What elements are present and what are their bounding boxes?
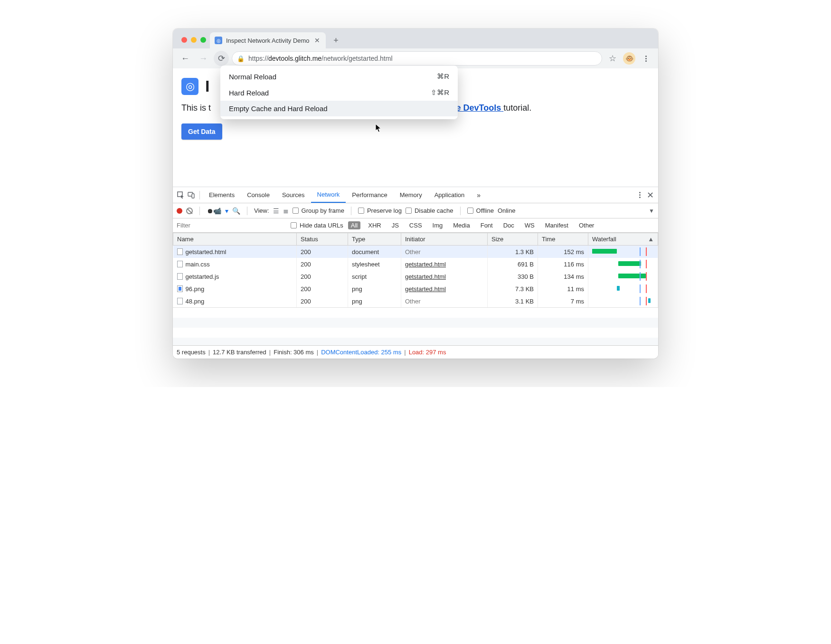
profile-avatar[interactable]: 🐵: [623, 52, 635, 65]
clear-button[interactable]: [186, 208, 193, 214]
initiator-link[interactable]: getstarted.html: [405, 273, 446, 280]
tab-favicon: ◎: [215, 37, 222, 44]
tab-strip: ◎ Inspect Network Activity Demo ✕ +: [173, 28, 658, 48]
file-icon: [177, 248, 183, 255]
file-icon: [177, 298, 183, 304]
filter-chip-js[interactable]: JS: [389, 221, 402, 229]
reload-button[interactable]: ⟳: [214, 51, 229, 66]
url-host: devtools.glitch.me: [268, 55, 321, 62]
column-header-initiator[interactable]: Initiator: [401, 233, 488, 246]
hide-data-urls-label: Hide data URLs: [300, 222, 343, 229]
filter-chip-ws[interactable]: WS: [522, 221, 538, 229]
inspect-element-icon[interactable]: [176, 190, 186, 200]
devtools-tab-performance[interactable]: Performance: [346, 187, 393, 203]
screenshot-icon[interactable]: ⏺︎📹: [207, 207, 221, 215]
preserve-log-checkbox[interactable]: Preserve log: [358, 207, 402, 214]
column-header-waterfall[interactable]: Waterfall▲: [588, 233, 658, 246]
overview-icon[interactable]: ≣: [283, 207, 289, 215]
devtools-close-button[interactable]: ✕: [645, 190, 655, 200]
devtools-tab-application[interactable]: Application: [428, 187, 471, 203]
get-data-button[interactable]: Get Data: [181, 123, 222, 140]
reload-menu-item[interactable]: Normal Reload⌘R: [220, 68, 458, 85]
status-requests: 5 requests: [177, 349, 206, 356]
toolbar-expand-icon[interactable]: ▼: [649, 208, 654, 214]
reload-menu-item[interactable]: Empty Cache and Hard Reload: [220, 101, 458, 116]
online-dropdown[interactable]: Online: [498, 207, 516, 214]
window-close-icon[interactable]: [181, 37, 187, 43]
file-icon: [177, 261, 183, 267]
column-header-name[interactable]: Name: [173, 233, 297, 246]
forward-button[interactable]: →: [196, 51, 211, 66]
filter-input[interactable]: [177, 221, 286, 230]
network-row[interactable]: 48.png200pngOther3.1 KB7 ms: [173, 295, 658, 307]
file-icon: [177, 285, 183, 292]
file-icon: [177, 273, 183, 280]
view-label: View:: [254, 207, 269, 214]
record-button[interactable]: [177, 208, 182, 214]
status-finish: Finish: 306 ms: [274, 349, 314, 356]
initiator-text: Other: [405, 248, 421, 256]
initiator-link[interactable]: getstarted.html: [405, 261, 446, 268]
para-after: tutorial.: [503, 103, 531, 113]
group-by-frame-checkbox[interactable]: Group by frame: [293, 207, 344, 214]
address-bar[interactable]: 🔒 https://devtools.glitch.me/network/get…: [232, 51, 602, 66]
status-dcl: DOMContentLoaded: 255 ms: [321, 349, 401, 356]
devtools-tab-sources[interactable]: Sources: [276, 187, 311, 203]
devtools-panel: ElementsConsoleSourcesNetworkPerformance…: [173, 187, 658, 359]
filter-chip-other[interactable]: Other: [576, 221, 597, 229]
network-table-empty-area: [173, 307, 658, 345]
disable-cache-checkbox[interactable]: Disable cache: [406, 207, 453, 214]
network-toolbar: ⏺︎📹 ▾ 🔍 View: ☰ ≣ Group by frame Preserv…: [173, 203, 658, 218]
url-path: /network/getstarted.html: [321, 55, 392, 62]
page-logo-icon: ◎: [181, 78, 198, 95]
window-minimize-icon[interactable]: [191, 37, 197, 43]
lock-icon: 🔒: [237, 55, 245, 62]
devtools-tab-elements[interactable]: Elements: [203, 187, 241, 203]
offline-label: Offline: [476, 207, 494, 214]
devtools-menu-button[interactable]: [634, 190, 645, 200]
network-row[interactable]: getstarted.js200scriptgetstarted.html330…: [173, 270, 658, 283]
browser-tab[interactable]: ◎ Inspect Network Activity Demo ✕: [210, 32, 326, 48]
reload-menu-item[interactable]: Hard Reload⇧⌘R: [220, 85, 458, 101]
window-zoom-icon[interactable]: [200, 37, 206, 43]
devtools-tab-console[interactable]: Console: [241, 187, 276, 203]
network-row[interactable]: 96.png200pnggetstarted.html7.3 KB11 ms: [173, 283, 658, 295]
mouse-cursor-icon: [375, 123, 382, 133]
filter-chip-manifest[interactable]: Manifest: [542, 221, 571, 229]
status-transferred: 12.7 KB transferred: [213, 349, 266, 356]
filter-chip-css[interactable]: CSS: [406, 221, 425, 229]
filter-chip-media[interactable]: Media: [450, 221, 472, 229]
filter-chip-xhr[interactable]: XHR: [365, 221, 384, 229]
filter-chip-all[interactable]: All: [348, 221, 360, 229]
back-button[interactable]: ←: [178, 51, 193, 66]
devtools-tab-network[interactable]: Network: [311, 187, 346, 203]
column-header-type[interactable]: Type: [348, 233, 401, 246]
network-table: NameStatusTypeInitiatorSizeTimeWaterfall…: [173, 233, 658, 307]
browser-menu-button[interactable]: [638, 51, 653, 66]
network-row[interactable]: main.css200stylesheetgetstarted.html691 …: [173, 258, 658, 270]
initiator-link[interactable]: getstarted.html: [405, 285, 446, 293]
preserve-log-label: Preserve log: [367, 207, 402, 214]
more-tabs-button[interactable]: »: [471, 187, 487, 203]
window-controls: [179, 37, 210, 48]
filter-chip-doc[interactable]: Doc: [500, 221, 517, 229]
column-header-time[interactable]: Time: [538, 233, 588, 246]
tab-title: Inspect Network Activity Demo: [226, 37, 310, 44]
network-row[interactable]: getstarted.html200documentOther1.3 KB152…: [173, 246, 658, 258]
svg-rect-2: [192, 194, 194, 198]
new-tab-button[interactable]: +: [330, 34, 343, 47]
tab-close-icon[interactable]: ✕: [313, 37, 321, 44]
filter-chip-img[interactable]: Img: [430, 221, 446, 229]
large-rows-icon[interactable]: ☰: [273, 207, 279, 215]
search-icon[interactable]: 🔍: [232, 207, 240, 215]
devtools-tab-memory[interactable]: Memory: [394, 187, 428, 203]
offline-checkbox[interactable]: Offline: [467, 207, 494, 214]
filter-chip-font[interactable]: Font: [478, 221, 496, 229]
column-header-size[interactable]: Size: [488, 233, 538, 246]
hide-data-urls-checkbox[interactable]: Hide data URLs: [291, 222, 343, 229]
column-header-status[interactable]: Status: [297, 233, 348, 246]
filter-toggle-icon[interactable]: ▾: [225, 207, 228, 215]
device-toggle-icon[interactable]: [186, 190, 197, 200]
url-text: https://devtools.glitch.me/network/getst…: [248, 55, 393, 62]
bookmark-star-icon[interactable]: ☆: [605, 51, 620, 66]
